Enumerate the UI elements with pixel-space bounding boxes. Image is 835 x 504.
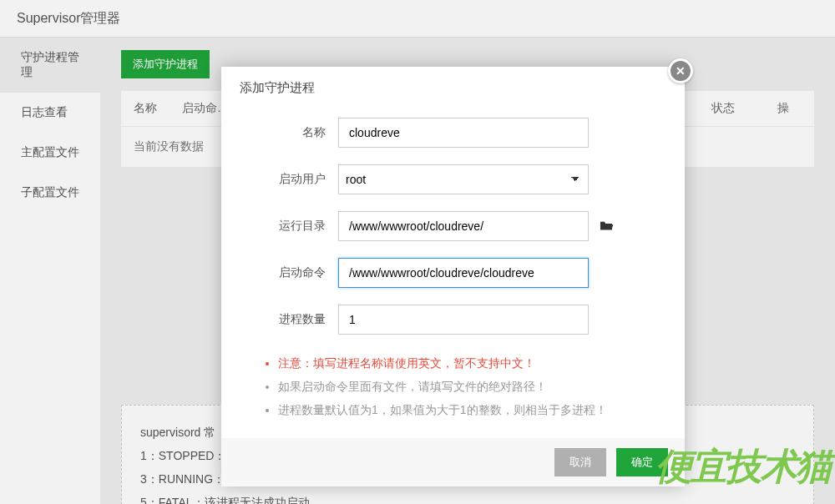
note-warning: 注意：填写进程名称请使用英文，暂不支持中文！ [278,351,643,375]
label-cwd: 运行目录 [221,219,338,234]
label-name: 名称 [221,125,338,140]
ok-button[interactable]: 确定 [616,448,668,476]
procs-input[interactable] [338,305,589,335]
add-process-dialog: ✕ 添加守护进程 名称 启动用户 root 运行目录 启动命令 进程数量 [221,67,685,486]
cancel-button[interactable]: 取消 [554,448,606,476]
label-user: 启动用户 [221,172,338,187]
note-info: 进程数量默认值为1，如果值为大于1的整数，则相当于多进程！ [278,398,643,421]
dialog-footer: 取消 确定 [221,438,685,486]
dialog-form: 名称 启动用户 root 运行目录 启动命令 进程数量 [221,109,685,343]
cwd-input[interactable] [338,211,589,241]
cmd-input[interactable] [338,258,589,288]
label-procs: 进程数量 [221,312,338,327]
folder-icon[interactable] [599,219,614,234]
dialog-title: 添加守护进程 [221,67,685,109]
label-cmd: 启动命令 [221,265,338,280]
name-input[interactable] [338,118,589,148]
close-icon[interactable]: ✕ [668,58,693,83]
user-select[interactable]: root [338,164,589,194]
dialog-notes: 注意：填写进程名称请使用英文，暂不支持中文！ 如果启动命令里面有文件，请填写文件… [221,343,685,438]
note-info: 如果启动命令里面有文件，请填写文件的绝对路径！ [278,375,643,398]
